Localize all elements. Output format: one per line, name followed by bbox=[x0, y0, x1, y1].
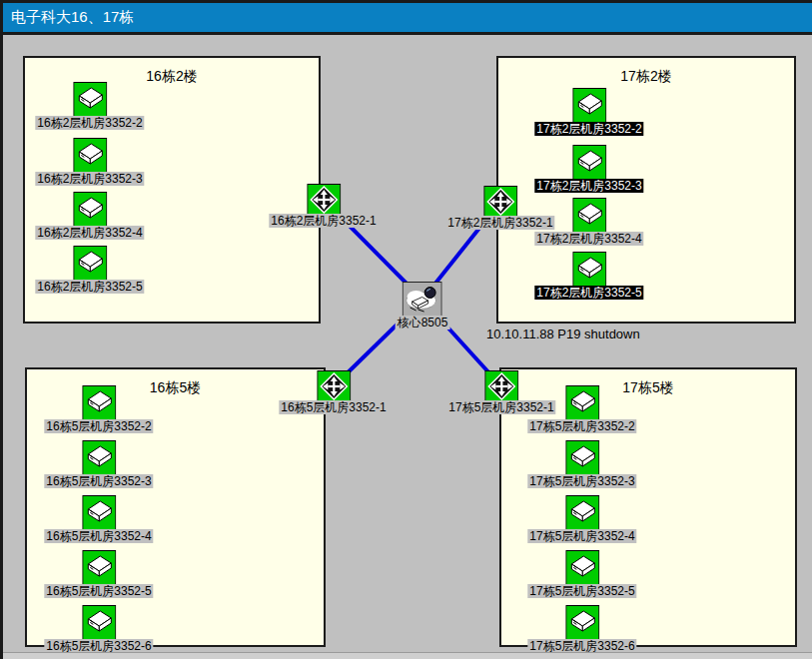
device-label: 16栋5层机房3352-2 bbox=[44, 419, 153, 433]
switch-icon bbox=[572, 88, 606, 124]
router-icon bbox=[317, 370, 351, 402]
switch-icon bbox=[565, 385, 599, 421]
switch-icon bbox=[565, 550, 599, 586]
device-label: 16栋5层机房3352-3 bbox=[44, 474, 153, 488]
device-node[interactable]: 17栋5层机房3352-6 bbox=[527, 605, 636, 653]
window-bottom-edge bbox=[3, 652, 812, 659]
device-label: 17栋5层机房3352-1 bbox=[446, 400, 555, 414]
switch-icon bbox=[572, 145, 606, 181]
device-node[interactable]: 16栋5层机房3352-6 bbox=[44, 605, 153, 653]
uplink-node[interactable]: 16栋5层机房3352-1 bbox=[279, 370, 388, 414]
device-label: 16栋2层机房3352-1 bbox=[269, 214, 378, 228]
core-network-icon bbox=[403, 282, 442, 318]
device-node[interactable]: 17栋2层机房3352-2 bbox=[534, 88, 643, 136]
device-node[interactable]: 16栋2层机房3352-2 bbox=[35, 82, 144, 130]
device-label: 16栋5层机房3352-6 bbox=[44, 639, 153, 653]
shutdown-annotation: 10.10.11.88 P19 shutdown bbox=[486, 327, 640, 341]
device-label: 17栋2层机房3352-1 bbox=[445, 216, 554, 230]
uplink-node[interactable]: 17栋5层机房3352-1 bbox=[446, 370, 555, 414]
switch-icon bbox=[82, 550, 116, 586]
device-node[interactable]: 17栋5层机房3352-5 bbox=[527, 550, 636, 598]
core-node[interactable]: 核心8505 bbox=[396, 282, 450, 330]
device-label: 16栋5层机房3352-1 bbox=[279, 400, 388, 414]
switch-icon bbox=[73, 246, 107, 282]
device-node[interactable]: 16栋5层机房3352-2 bbox=[44, 385, 153, 433]
device-node[interactable]: 16栋5层机房3352-4 bbox=[44, 495, 153, 543]
device-label: 17栋2层机房3352-5 bbox=[534, 286, 643, 300]
device-node[interactable]: 16栋2层机房3352-5 bbox=[35, 246, 144, 294]
device-label: 17栋2层机房3352-2 bbox=[534, 122, 643, 136]
window-title-bar: 电子科大16、17栋 bbox=[3, 0, 812, 35]
switch-icon bbox=[82, 495, 116, 531]
device-node[interactable]: 16栋2层机房3352-3 bbox=[35, 138, 144, 186]
switch-icon bbox=[73, 192, 107, 228]
switch-icon bbox=[73, 82, 107, 118]
router-icon bbox=[307, 184, 341, 216]
device-label: 17栋5层机房3352-3 bbox=[527, 474, 636, 488]
device-label: 16栋2层机房3352-2 bbox=[35, 116, 144, 130]
uplink-node[interactable]: 17栋2层机房3352-1 bbox=[445, 186, 554, 230]
device-node[interactable]: 17栋2层机房3352-5 bbox=[534, 252, 643, 300]
switch-icon bbox=[572, 252, 606, 288]
switch-icon bbox=[565, 605, 599, 641]
router-icon bbox=[484, 370, 518, 402]
uplink-node[interactable]: 16栋2层机房3352-1 bbox=[269, 184, 378, 228]
switch-icon bbox=[73, 138, 107, 174]
device-label: 17栋5层机房3352-2 bbox=[527, 419, 636, 433]
device-label: 16栋2层机房3352-4 bbox=[35, 226, 144, 240]
device-node[interactable]: 17栋5层机房3352-4 bbox=[527, 495, 636, 543]
device-label: 16栋5层机房3352-4 bbox=[44, 529, 153, 543]
device-node[interactable]: 16栋2层机房3352-4 bbox=[35, 192, 144, 240]
window-title: 电子科大16、17栋 bbox=[11, 8, 134, 27]
device-label: 17栋5层机房3352-4 bbox=[527, 529, 636, 543]
switch-icon bbox=[565, 495, 599, 531]
device-label: 17栋5层机房3352-6 bbox=[527, 639, 636, 653]
switch-icon bbox=[82, 385, 116, 421]
device-label: 17栋2层机房3352-4 bbox=[534, 232, 643, 246]
switch-icon bbox=[572, 198, 606, 234]
device-label: 核心8505 bbox=[396, 316, 450, 330]
switch-icon bbox=[82, 440, 116, 476]
switch-icon bbox=[82, 605, 116, 641]
device-node[interactable]: 16栋5层机房3352-5 bbox=[44, 550, 153, 598]
router-icon bbox=[483, 186, 517, 218]
switch-icon bbox=[565, 440, 599, 476]
device-label: 16栋2层机房3352-5 bbox=[35, 280, 144, 294]
device-label: 17栋5层机房3352-5 bbox=[527, 584, 636, 598]
device-node[interactable]: 17栋5层机房3352-3 bbox=[527, 440, 636, 488]
device-label: 16栋5层机房3352-5 bbox=[44, 584, 153, 598]
group-title: 17栋2楼 bbox=[498, 58, 794, 86]
device-node[interactable]: 16栋5层机房3352-3 bbox=[44, 440, 153, 488]
device-label: 16栋2层机房3352-3 bbox=[35, 172, 144, 186]
